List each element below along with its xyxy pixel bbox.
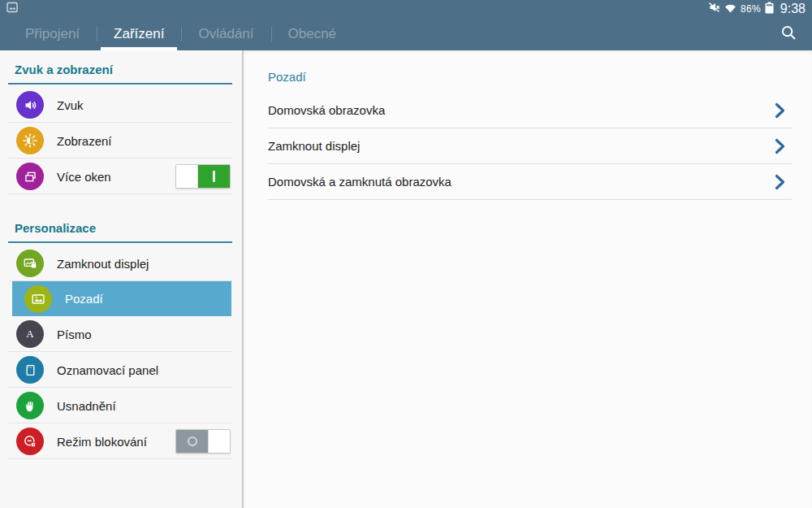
- sidebar-item-label: Zamknout displej: [57, 257, 149, 271]
- sidebar-item-label: Pozadí: [65, 292, 103, 306]
- wifi-icon: [724, 2, 736, 16]
- svg-text:A: A: [26, 328, 34, 340]
- row-domovska-obrazovka[interactable]: Domovská obrazovka: [268, 93, 792, 128]
- lock-screen-icon: [16, 250, 44, 277]
- sidebar-item-vice-oken[interactable]: Více oken: [0, 158, 242, 194]
- tab-label: Připojení: [25, 26, 80, 42]
- mute-icon: [708, 2, 720, 16]
- toggle-thumb: [208, 430, 230, 453]
- blocking-mode-icon: [16, 428, 44, 455]
- tab-label: Zařízení: [114, 26, 164, 42]
- toggle-track: [198, 165, 230, 188]
- wallpaper-icon: [24, 285, 52, 313]
- page-title: Pozadí: [268, 50, 792, 93]
- toggle-track: [176, 430, 208, 453]
- font-icon: A: [16, 320, 44, 348]
- row-label: Domovská obrazovka: [268, 103, 385, 117]
- chevron-right-icon: [775, 138, 785, 154]
- section-title: Zvuk a zobrazení: [0, 50, 242, 83]
- sidebar-item-label: Více oken: [57, 170, 111, 184]
- tab-label: Ovládání: [198, 26, 253, 42]
- sidebar-item-zvuk[interactable]: Zvuk: [0, 87, 242, 123]
- search-icon: [780, 24, 797, 45]
- settings-content-panel: Pozadí Domovská obrazovka Zamknout displ…: [244, 50, 812, 508]
- section-personalization: Personalizace Zamknout displej: [0, 209, 242, 459]
- picture-notification-icon: [6, 2, 18, 16]
- tab-obecne[interactable]: Obecné: [271, 18, 354, 50]
- tab-pripojeni[interactable]: Připojení: [8, 18, 97, 50]
- row-label: Domovská a zamknutá obrazovka: [268, 175, 451, 189]
- settings-sidebar: Zvuk a zobrazení Zvuk: [0, 50, 244, 508]
- section-rule: [8, 83, 232, 85]
- status-bar: 86% 9:38: [0, 0, 812, 18]
- row-domovska-a-zamknuta[interactable]: Domovská a zamknutá obrazovka: [268, 164, 792, 200]
- sidebar-item-pismo[interactable]: A Písmo: [0, 316, 242, 352]
- tab-label: Obecné: [288, 26, 337, 42]
- section-title: Personalizace: [0, 209, 242, 241]
- app-header: 86% 9:38 Připojení Zařízení Ovládání Obe…: [0, 0, 812, 50]
- tab-ovladani[interactable]: Ovládání: [181, 18, 270, 50]
- sidebar-item-oznamovaci-panel[interactable]: Oznamovací panel: [0, 352, 242, 388]
- clock-time: 9:38: [780, 2, 806, 16]
- sidebar-item-pozadi[interactable]: Pozadí: [12, 281, 231, 316]
- tab-zarizeni[interactable]: Zařízení: [97, 18, 181, 50]
- sidebar-item-rezim-blokovani[interactable]: Režim blokování: [0, 423, 242, 459]
- speaker-icon: [16, 91, 44, 119]
- battery-percent: 86%: [741, 3, 761, 15]
- accessibility-hand-icon: [16, 392, 44, 419]
- row-zamknout-displej[interactable]: Zamknout displej: [268, 128, 792, 164]
- chevron-right-icon: [775, 102, 785, 119]
- sidebar-item-label: Usnadnění: [57, 399, 116, 413]
- sidebar-item-label: Zobrazení: [57, 134, 112, 148]
- sidebar-item-label: Písmo: [57, 328, 92, 341]
- sidebar-item-label: Zvuk: [57, 98, 84, 112]
- chevron-right-icon: [775, 174, 785, 190]
- multi-window-toggle[interactable]: [175, 164, 231, 189]
- section-sound-display: Zvuk a zobrazení Zvuk: [0, 50, 242, 194]
- sidebar-item-usnadneni[interactable]: Usnadnění: [0, 388, 242, 423]
- notification-panel-icon: [16, 356, 44, 384]
- toggle-thumb: [176, 165, 198, 188]
- settings-tab-bar: Připojení Zařízení Ovládání Obecné: [0, 18, 812, 50]
- sidebar-item-zamknout-displej[interactable]: Zamknout displej: [0, 245, 242, 281]
- multi-window-icon: [16, 163, 44, 190]
- row-label: Zamknout displej: [268, 139, 360, 153]
- sidebar-item-zobrazeni[interactable]: Zobrazení: [0, 123, 242, 158]
- sidebar-item-label: Režim blokování: [57, 435, 147, 449]
- search-button[interactable]: [765, 18, 812, 50]
- brightness-icon: [16, 127, 44, 154]
- section-rule: [8, 241, 232, 243]
- battery-icon: [765, 2, 774, 17]
- blocking-mode-toggle[interactable]: [175, 429, 231, 454]
- sidebar-item-label: Oznamovací panel: [57, 363, 158, 377]
